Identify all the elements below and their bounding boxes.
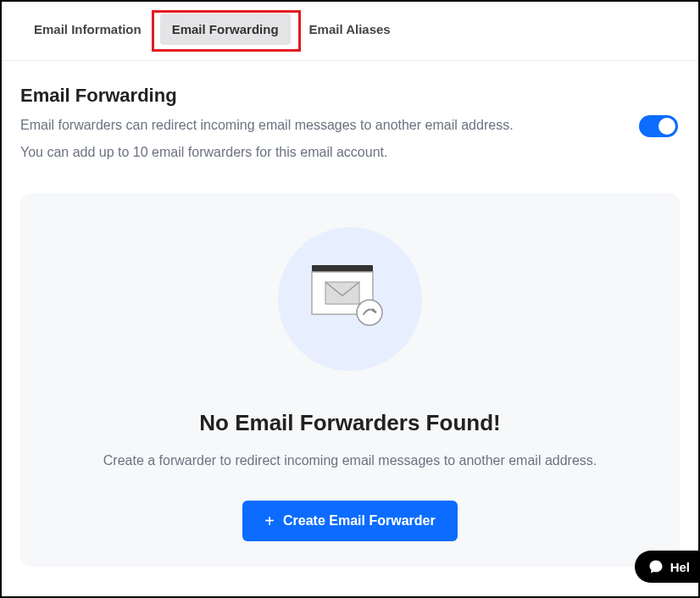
content-area: Email Forwarding Email forwarders can re… xyxy=(2,61,698,567)
section-description-2: You can add up to 10 email forwarders fo… xyxy=(20,142,639,163)
chat-icon xyxy=(648,559,664,574)
plus-icon: + xyxy=(264,512,275,529)
help-button[interactable]: Hel xyxy=(635,551,700,583)
tabs-bar: Email Information Email Forwarding Email… xyxy=(2,2,698,61)
header-text: Email Forwarding Email forwarders can re… xyxy=(20,85,639,163)
mail-forward-icon xyxy=(308,263,392,335)
section-description-1: Email forwarders can redirect incoming e… xyxy=(20,115,639,136)
create-button-label: Create Email Forwarder xyxy=(283,513,436,529)
help-label: Hel xyxy=(670,560,690,574)
tab-email-forwarding[interactable]: Email Forwarding xyxy=(160,14,291,45)
empty-title: No Email Forwarders Found! xyxy=(46,410,654,436)
svg-rect-0 xyxy=(312,265,373,272)
empty-state-card: No Email Forwarders Found! Create a forw… xyxy=(20,193,680,567)
empty-description: Create a forwarder to redirect incoming … xyxy=(46,453,654,468)
forwarding-toggle[interactable] xyxy=(639,115,678,137)
empty-illustration xyxy=(278,227,422,371)
toggle-knob xyxy=(658,118,675,135)
tab-email-aliases[interactable]: Email Aliases xyxy=(297,14,403,45)
create-forwarder-button[interactable]: + Create Email Forwarder xyxy=(242,501,457,541)
svg-point-3 xyxy=(357,300,382,325)
tab-email-information[interactable]: Email Information xyxy=(22,14,153,45)
header-row: Email Forwarding Email forwarders can re… xyxy=(20,85,680,163)
section-title: Email Forwarding xyxy=(20,85,639,107)
